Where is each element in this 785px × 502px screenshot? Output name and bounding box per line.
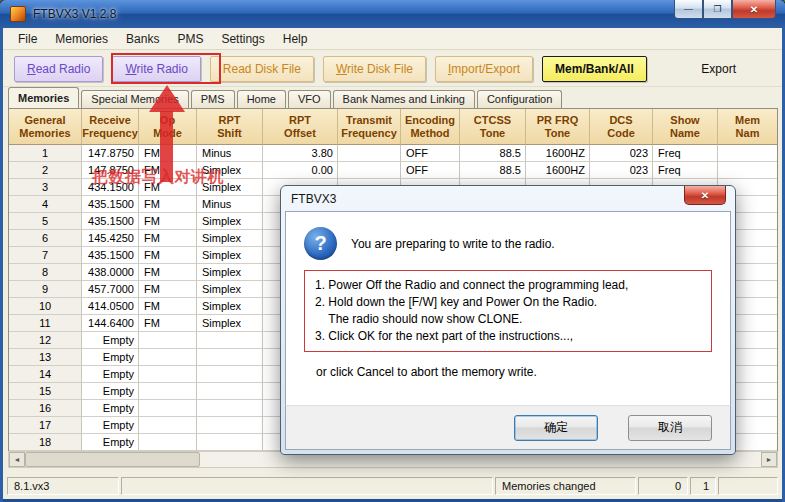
import-export-button[interactable]: Import/Export	[435, 56, 533, 82]
read-radio-button[interactable]: Read Radio	[14, 56, 103, 82]
tab-bank-names-and-linking[interactable]: Bank Names and Linking	[333, 90, 475, 108]
cell-rx[interactable]: 435.1500	[82, 196, 139, 213]
cell-shift[interactable]: Simplex	[197, 298, 263, 315]
row-number-cell[interactable]: 7	[9, 247, 82, 264]
dialog-title-bar[interactable]: FTBVX3	[285, 186, 731, 211]
row-number-cell[interactable]: 10	[9, 298, 82, 315]
row-number-cell[interactable]: 13	[9, 349, 82, 366]
cell-shift[interactable]	[197, 349, 263, 366]
cell-shift[interactable]: Simplex	[197, 281, 263, 298]
cell-rx[interactable]: 414.0500	[82, 298, 139, 315]
row-number-cell[interactable]: 6	[9, 230, 82, 247]
row-number-cell[interactable]: 12	[9, 332, 82, 349]
menu-item-settings[interactable]: Settings	[212, 29, 273, 49]
title-bar[interactable]: FTBVX3 V1.2.8	[0, 0, 785, 28]
menu-item-memories[interactable]: Memories	[46, 29, 117, 49]
cell-rx[interactable]: 438.0000	[82, 264, 139, 281]
scroll-left-icon[interactable]: ◄	[9, 452, 25, 467]
cell-mode[interactable]	[139, 434, 197, 451]
row-number-cell[interactable]: 16	[9, 400, 82, 417]
cancel-button[interactable]: 取消	[628, 415, 712, 441]
row-number-cell[interactable]: 9	[9, 281, 82, 298]
maximize-icon[interactable]: ❐	[703, 0, 732, 19]
scroll-right-icon[interactable]: ►	[761, 452, 777, 467]
tab-configuration[interactable]: Configuration	[477, 90, 562, 108]
cell-mode[interactable]	[139, 366, 197, 383]
cell-tx[interactable]	[338, 145, 401, 162]
cell-tx[interactable]	[338, 162, 401, 179]
cell-mode[interactable]: FM	[139, 264, 197, 281]
cell-rx[interactable]: Empty	[82, 417, 139, 434]
cell-enc[interactable]: OFF	[401, 145, 460, 162]
cell-rx[interactable]: Empty	[82, 383, 139, 400]
cell-offset[interactable]: 3.80	[263, 145, 338, 162]
row-number-cell[interactable]: 2	[9, 162, 82, 179]
row-number-cell[interactable]: 3	[9, 179, 82, 196]
cell-rx[interactable]: 145.4250	[82, 230, 139, 247]
cell-prfrq[interactable]: 1600HZ	[526, 162, 590, 179]
cell-mode[interactable]: FM	[139, 247, 197, 264]
tab-home[interactable]: Home	[237, 90, 286, 108]
cell-shift[interactable]: Simplex	[197, 264, 263, 281]
ok-button[interactable]: 确定	[514, 415, 598, 441]
close-icon[interactable]: ✕	[732, 0, 776, 19]
row-number-cell[interactable]: 14	[9, 366, 82, 383]
cell-rx[interactable]: 435.1500	[82, 213, 139, 230]
cell-ctcss[interactable]: 88.5	[460, 162, 526, 179]
cell-offset[interactable]: 0.00	[263, 162, 338, 179]
cell-rx[interactable]: Empty	[82, 366, 139, 383]
cell-mode[interactable]: FM	[139, 281, 197, 298]
tab-pms[interactable]: PMS	[191, 90, 235, 108]
cell-show[interactable]: Freq	[653, 145, 718, 162]
cell-rx[interactable]: 457.7000	[82, 281, 139, 298]
cell-shift[interactable]: Simplex	[197, 315, 263, 332]
cell-dcs[interactable]: 023	[590, 162, 653, 179]
cell-ctcss[interactable]: 88.5	[460, 145, 526, 162]
cell-mode[interactable]	[139, 332, 197, 349]
menu-item-help[interactable]: Help	[274, 29, 317, 49]
cell-shift[interactable]	[197, 366, 263, 383]
cell-prfrq[interactable]: 1600HZ	[526, 145, 590, 162]
cell-shift[interactable]: Simplex	[197, 230, 263, 247]
cell-mode[interactable]: FM	[139, 196, 197, 213]
cell-shift[interactable]: Minus	[197, 196, 263, 213]
cell-shift[interactable]	[197, 332, 263, 349]
tab-vfo[interactable]: VFO	[288, 90, 331, 108]
cell-mode[interactable]	[139, 383, 197, 400]
cell-rx[interactable]: 144.6400	[82, 315, 139, 332]
row-number-cell[interactable]: 5	[9, 213, 82, 230]
cell-shift[interactable]	[197, 434, 263, 451]
row-number-cell[interactable]: 17	[9, 417, 82, 434]
cell-name[interactable]	[718, 145, 778, 162]
menu-item-pms[interactable]: PMS	[168, 29, 212, 49]
cell-shift[interactable]	[197, 383, 263, 400]
cell-dcs[interactable]: 023	[590, 145, 653, 162]
cell-rx[interactable]: Empty	[82, 349, 139, 366]
cell-mode[interactable]	[139, 400, 197, 417]
cell-mode[interactable]: FM	[139, 213, 197, 230]
cell-rx[interactable]: 147.8750	[82, 145, 139, 162]
cell-rx[interactable]: Empty	[82, 434, 139, 451]
read-disk-file-button[interactable]: Read Disk File	[210, 56, 314, 82]
row-number-cell[interactable]: 4	[9, 196, 82, 213]
cell-shift[interactable]: Simplex	[197, 213, 263, 230]
row-number-cell[interactable]: 18	[9, 434, 82, 451]
cell-shift[interactable]: Simplex	[197, 247, 263, 264]
cell-enc[interactable]: OFF	[401, 162, 460, 179]
cell-mode[interactable]: FM	[139, 315, 197, 332]
cell-rx[interactable]: 435.1500	[82, 247, 139, 264]
scrollbar-thumb[interactable]	[25, 452, 200, 467]
row-number-cell[interactable]: 8	[9, 264, 82, 281]
minimize-icon[interactable]: —	[674, 0, 703, 19]
row-number-cell[interactable]: 11	[9, 315, 82, 332]
cell-shift[interactable]	[197, 417, 263, 434]
cell-rx[interactable]: Empty	[82, 332, 139, 349]
cell-shift[interactable]	[197, 400, 263, 417]
menu-item-banks[interactable]: Banks	[117, 29, 168, 49]
menu-item-file[interactable]: File	[9, 29, 46, 49]
cell-mode[interactable]	[139, 417, 197, 434]
tab-memories[interactable]: Memories	[8, 87, 79, 108]
cell-name[interactable]	[718, 162, 778, 179]
cell-mode[interactable]	[139, 349, 197, 366]
dialog-close-icon[interactable]: ✕	[684, 186, 726, 205]
